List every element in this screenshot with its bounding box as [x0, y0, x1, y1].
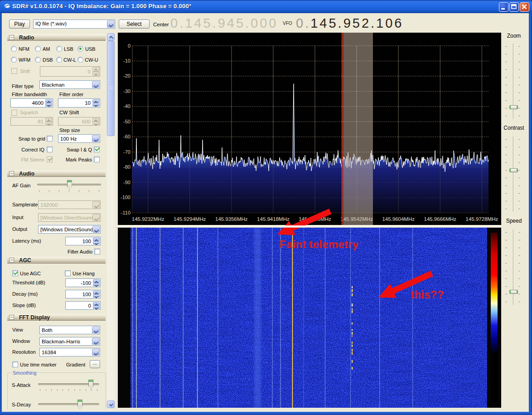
svg-text:this??: this?? [411, 288, 444, 301]
svg-text:Faint telemetry: Faint telemetry [280, 238, 359, 250]
